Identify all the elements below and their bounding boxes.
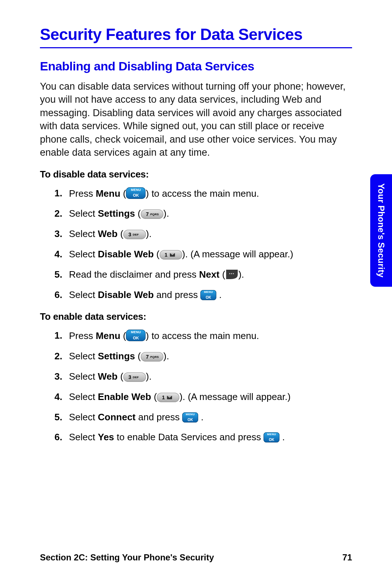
menu-ok-key-icon	[182, 412, 198, 422]
menu-ok-key-icon	[126, 187, 146, 199]
enable-step-5: 5. Select Connect and press .	[54, 411, 352, 424]
footer-section-label: Section 2C: Setting Your Phone's Securit…	[40, 552, 214, 563]
menu-ok-key-icon	[126, 330, 146, 341]
page-footer: Section 2C: Setting Your Phone's Securit…	[40, 552, 352, 563]
key-1-icon: 1	[157, 393, 179, 402]
disable-heading: To disable data services:	[40, 169, 352, 180]
disable-step-5: 5. Read the disclaimer and press Next ()…	[54, 269, 352, 281]
menu-ok-key-icon	[264, 432, 279, 442]
disable-step-1: 1. Press Menu () to access the main menu…	[54, 187, 352, 200]
page-number: 71	[342, 552, 352, 563]
disable-step-4: 4. Select Disable Web (1). (A message wi…	[54, 248, 352, 261]
page-title: Security Features for Data Services	[40, 25, 352, 44]
enable-step-6: 6. Select Yes to enable Data Services an…	[54, 431, 352, 444]
intro-paragraph: You can disable data services without tu…	[40, 80, 352, 159]
enable-heading: To enable data services:	[40, 311, 352, 322]
disable-step-6: 6. Select Disable Web and press .	[54, 289, 352, 301]
enable-step-4: 4. Select Enable Web (1). (A message wil…	[54, 391, 352, 403]
enable-step-2: 2. Select Settings (7PQRS).	[54, 350, 352, 363]
side-tab: Your Phone's Security	[370, 174, 392, 287]
svg-point-0	[229, 273, 230, 274]
key-3-icon: 3DEF	[123, 372, 146, 382]
svg-point-2	[233, 273, 234, 274]
enable-steps: 1. Press Menu () to access the main menu…	[40, 330, 352, 444]
enable-step-1: 1. Press Menu () to access the main menu…	[54, 330, 352, 342]
disable-step-3: 3. Select Web (3DEF).	[54, 228, 352, 240]
title-rule	[40, 47, 352, 48]
key-7-icon: 7PQRS	[141, 209, 163, 219]
softkey-right-icon	[225, 269, 238, 280]
menu-ok-key-icon	[200, 290, 216, 300]
disable-step-2: 2. Select Settings (7PQRS).	[54, 208, 352, 220]
subsection-title: Enabling and Disabling Data Services	[40, 59, 352, 73]
enable-step-3: 3. Select Web (3DEF).	[54, 371, 352, 383]
svg-point-1	[231, 273, 232, 274]
key-7-icon: 7PQRS	[141, 352, 163, 362]
key-3-icon: 3DEF	[123, 230, 146, 239]
key-1-icon: 1	[160, 250, 182, 260]
disable-steps: 1. Press Menu () to access the main menu…	[40, 187, 352, 301]
